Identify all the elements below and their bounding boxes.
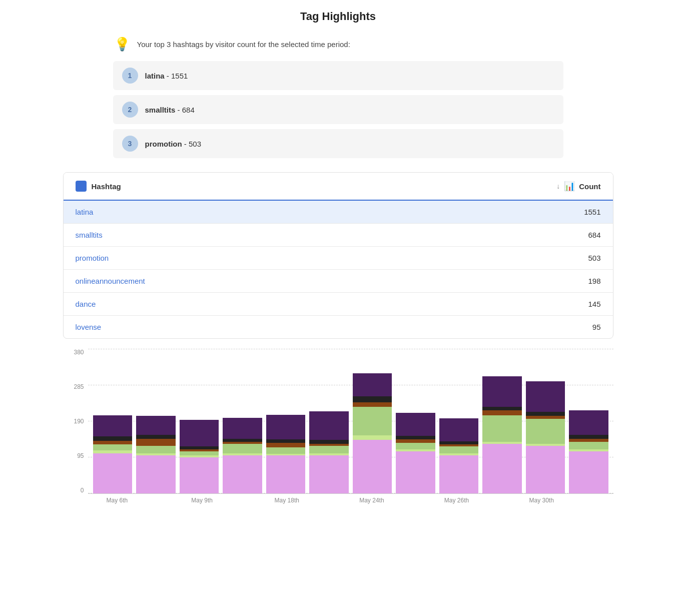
table-header-left: Hashtag — [76, 181, 121, 192]
bar-segment — [439, 418, 479, 441]
bar-segment — [180, 420, 219, 446]
sort-icon[interactable]: ↓ — [556, 182, 560, 190]
bar-segment — [266, 447, 306, 454]
x-label — [480, 497, 518, 504]
bar-segment — [396, 413, 435, 436]
tag-count: 95 — [592, 323, 601, 331]
table-row[interactable]: dance 145 — [64, 293, 613, 316]
tag-count: 503 — [588, 254, 600, 262]
highlight-item-3: 3 promotion - 503 — [113, 129, 563, 158]
y-label-285: 285 — [74, 383, 84, 390]
bar-segment — [353, 402, 392, 407]
tag-count: 198 — [588, 277, 600, 285]
bar-segment — [439, 455, 479, 493]
col-count-label: Count — [579, 182, 600, 191]
rank-badge-2: 2 — [122, 102, 138, 118]
table-row[interactable]: onlineannouncement 198 — [64, 270, 613, 293]
x-label — [225, 497, 264, 504]
bar-segment — [266, 415, 306, 440]
bar-segment — [266, 455, 306, 493]
bar-segment — [309, 455, 349, 493]
bar-segment — [569, 435, 608, 439]
x-labels: May 6thMay 9thMay 18thMay 24thMay 26thMa… — [93, 494, 608, 504]
bar-segment — [482, 376, 522, 407]
x-label — [310, 497, 349, 504]
tag-count: 684 — [588, 231, 600, 239]
col-hashtag-label: Hashtag — [92, 182, 121, 191]
bar — [569, 410, 608, 493]
tag-name: lovense — [76, 323, 102, 331]
x-label: May 6th — [98, 497, 137, 504]
table-row[interactable]: lovense 95 — [64, 316, 613, 338]
y-label-380: 380 — [74, 349, 84, 356]
table-header-right: ↓ 📊 Count — [556, 181, 600, 192]
bar — [93, 415, 133, 493]
grid-line-top — [88, 349, 613, 349]
bar-segment — [439, 446, 479, 453]
bar — [136, 416, 176, 493]
bar-segment — [309, 446, 349, 453]
bar-segment — [396, 451, 435, 493]
bar — [353, 373, 392, 493]
x-label: May 24th — [352, 497, 391, 504]
bar — [526, 381, 565, 493]
bar-segment — [136, 416, 176, 435]
bar-segment — [353, 407, 392, 435]
bar — [266, 415, 306, 493]
bar-segment — [526, 412, 565, 416]
bar-segment — [482, 410, 522, 415]
highlight-text-2: smalltits - 684 — [145, 106, 195, 114]
tag-name: smalltits — [76, 231, 103, 239]
bar-segment — [353, 440, 392, 493]
bar — [439, 418, 479, 493]
bar-segment — [526, 381, 565, 412]
hashtag-table: Hashtag ↓ 📊 Count latina 1551 smalltits … — [63, 172, 613, 339]
bar-segment — [136, 455, 176, 493]
x-label — [140, 497, 179, 504]
tag-name: onlineannouncement — [76, 277, 145, 285]
highlights-header: 💡 Your top 3 hashtags by visitor count f… — [113, 35, 563, 53]
bar-segment — [526, 446, 565, 493]
bar-segment — [353, 373, 392, 396]
bar-segment — [136, 439, 176, 446]
bar — [309, 411, 349, 493]
table-row[interactable]: smalltits 684 — [64, 224, 613, 247]
tag-name: latina — [76, 208, 94, 216]
bar-segment — [136, 435, 176, 439]
table-row[interactable]: latina 1551 — [64, 201, 613, 224]
tag-name: dance — [76, 300, 96, 308]
table-row[interactable]: promotion 503 — [64, 247, 613, 270]
bar-segment — [396, 436, 435, 440]
x-label — [565, 497, 603, 504]
table-header: Hashtag ↓ 📊 Count — [64, 173, 613, 201]
bar-segment — [93, 436, 133, 441]
bar-segment — [93, 453, 133, 493]
bar-segment — [309, 440, 349, 444]
y-label-0: 0 — [81, 487, 84, 494]
bar-segment — [136, 446, 176, 453]
y-label-95: 95 — [77, 452, 84, 459]
bar-segment — [353, 396, 392, 402]
rank-badge-1: 1 — [122, 68, 138, 84]
bulb-icon: 💡 — [113, 35, 131, 53]
page-title: Tag Highlights — [10, 10, 666, 23]
hashtag-icon — [76, 181, 87, 192]
bar-chart-icon: 📊 — [564, 181, 575, 192]
bar-segment — [482, 407, 522, 411]
tag-count: 145 — [588, 300, 600, 308]
bar-segment — [180, 451, 219, 455]
highlight-text-3: promotion - 503 — [145, 140, 202, 148]
bar-segment — [223, 444, 262, 453]
bar — [223, 418, 262, 493]
chart-area — [88, 349, 613, 494]
bar-segment — [93, 441, 133, 445]
bar-segment — [180, 457, 219, 494]
bar-segment — [569, 451, 608, 493]
highlights-section: 💡 Your top 3 hashtags by visitor count f… — [113, 35, 563, 158]
x-label: May 9th — [183, 497, 221, 504]
bar-segment — [396, 443, 435, 450]
bar-segment — [569, 442, 608, 449]
x-label: May 18th — [268, 497, 306, 504]
chart-section: 380 285 190 95 0 May 6thM — [63, 339, 613, 509]
x-label: May 26th — [437, 497, 476, 504]
